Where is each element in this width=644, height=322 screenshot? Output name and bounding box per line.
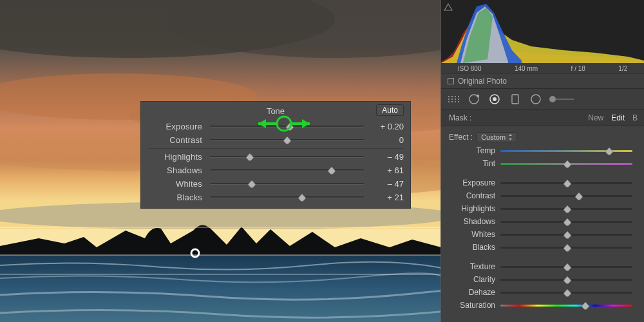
slider-handle-icon[interactable]	[298, 194, 307, 202]
effect-row-contrast: Contrast	[449, 189, 638, 202]
clipping-warning-icon[interactable]	[444, 3, 453, 12]
highlights-slider[interactable]	[210, 156, 364, 158]
mask-tab-edit[interactable]: Edit	[611, 113, 625, 122]
svg-point-32	[455, 101, 456, 102]
iso-label: ISO 800	[458, 65, 482, 72]
tone-value: – 49	[372, 152, 404, 162]
effect-label: Saturation	[449, 301, 495, 310]
effect-label: Temp	[449, 146, 495, 155]
slider-handle-icon[interactable]	[563, 244, 571, 251]
effect-row-clarity: Clarity	[449, 273, 638, 286]
whites-slider[interactable]	[210, 183, 364, 185]
blacks-slider[interactable]	[500, 247, 632, 249]
tone-row-highlights: Highlights– 49	[141, 150, 410, 164]
slider-handle-icon[interactable]	[574, 193, 582, 199]
tone-row-contrast: Contrast0	[141, 133, 410, 147]
tone-row-blacks: Blacks+ 21	[141, 191, 410, 204]
tint-slider[interactable]	[500, 163, 632, 165]
tone-label: Blacks	[147, 193, 202, 202]
svg-point-22	[448, 96, 450, 97]
svg-rect-10	[0, 255, 441, 322]
image-preview[interactable]: Tone Auto Exposure+ 0.20Contrast0Highlig…	[0, 0, 441, 322]
brush-size-slider[interactable]	[549, 94, 575, 104]
slider-handle-icon[interactable]	[327, 167, 336, 175]
saturation-slider[interactable]	[500, 305, 632, 307]
tone-auto-button[interactable]: Auto	[376, 104, 404, 116]
tone-panel-header: Tone Auto	[141, 102, 410, 120]
slider-handle-icon[interactable]	[285, 123, 294, 131]
effect-label: Dehaze	[449, 288, 495, 297]
blacks-slider[interactable]	[210, 196, 364, 198]
tone-value: + 21	[372, 193, 404, 202]
dehaze-slider[interactable]	[500, 292, 632, 294]
tone-value: 0	[372, 135, 404, 145]
rectangle-tool-icon[interactable]	[508, 92, 522, 106]
contrast-slider[interactable]	[210, 139, 364, 141]
tone-value: – 47	[372, 179, 404, 189]
develop-sidebar: ISO 800 140 mm f / 18 1/2 Original Photo	[441, 0, 644, 322]
slider-handle-icon[interactable]	[563, 263, 571, 270]
slider-handle-icon[interactable]	[581, 302, 589, 308]
mask-label: Mask :	[449, 113, 588, 122]
svg-point-31	[451, 101, 453, 102]
slider-handle-icon[interactable]	[563, 205, 571, 212]
histogram[interactable]: ISO 800 140 mm f / 18 1/2	[441, 0, 644, 73]
shadows-slider[interactable]	[500, 221, 632, 223]
slider-handle-icon[interactable]	[283, 137, 292, 144]
mask-tab-brush[interactable]: B	[632, 113, 638, 122]
whites-slider[interactable]	[500, 234, 632, 236]
svg-point-29	[458, 99, 459, 100]
slider-handle-icon[interactable]	[563, 180, 571, 186]
slider-handle-icon[interactable]	[563, 231, 571, 238]
effect-label: Highlights	[449, 204, 495, 213]
effect-row-highlights: Highlights	[449, 202, 638, 215]
slider-handle-icon[interactable]	[245, 153, 254, 161]
original-photo-toggle[interactable]: Original Photo	[441, 73, 644, 89]
effect-label: Texture	[449, 262, 495, 271]
tone-label: Exposure	[147, 122, 202, 131]
effect-label: Blacks	[449, 243, 495, 252]
mask-tab-new[interactable]: New	[588, 113, 603, 122]
slider-handle-icon[interactable]	[563, 160, 571, 167]
svg-point-24	[455, 96, 456, 97]
effect-label: Exposure	[449, 178, 495, 187]
effect-label: Whites	[449, 230, 495, 239]
checkbox-icon[interactable]	[448, 78, 454, 84]
svg-marker-21	[444, 4, 452, 10]
tone-panel-title: Tone	[267, 106, 285, 116]
effect-row-whites: Whites	[449, 228, 638, 241]
shadows-slider[interactable]	[210, 169, 364, 171]
slider-handle-icon[interactable]	[247, 180, 256, 188]
mask-tabs: New Edit B	[588, 113, 638, 122]
mask-section-header: Mask : New Edit B	[441, 109, 644, 126]
svg-point-39	[531, 95, 540, 104]
slider-handle-icon[interactable]	[563, 276, 571, 283]
radial-tool-icon[interactable]	[488, 92, 502, 106]
effect-row-blacks: Blacks	[449, 241, 638, 254]
texture-slider[interactable]	[500, 266, 632, 268]
mask-toolbar	[441, 89, 644, 109]
contrast-slider[interactable]	[500, 195, 632, 197]
effect-label: Clarity	[449, 275, 495, 284]
effect-row-tint: Tint	[449, 157, 638, 170]
grid-tool-icon[interactable]	[446, 92, 460, 106]
effect-row: Effect : Custom	[449, 130, 638, 144]
slider-handle-icon[interactable]	[563, 218, 571, 225]
slider-handle-icon[interactable]	[563, 289, 571, 296]
effect-label: Shadows	[449, 217, 495, 226]
temp-slider[interactable]	[500, 150, 632, 152]
updown-icon	[508, 134, 513, 140]
svg-point-26	[448, 99, 450, 100]
exposure-slider[interactable]	[210, 126, 364, 128]
exposure-slider[interactable]	[500, 182, 632, 184]
effect-row-temp: Temp	[449, 144, 638, 157]
svg-point-25	[458, 96, 459, 97]
slider-handle-icon[interactable]	[605, 147, 612, 154]
effect-dropdown[interactable]: Custom	[477, 132, 517, 142]
effect-row-texture: Texture	[449, 260, 638, 273]
circle-plus-tool-icon[interactable]	[467, 92, 481, 106]
clarity-slider[interactable]	[500, 279, 632, 281]
circle-tool-icon[interactable]	[529, 92, 543, 106]
effect-row-shadows: Shadows	[449, 215, 638, 228]
highlights-slider[interactable]	[500, 208, 632, 210]
